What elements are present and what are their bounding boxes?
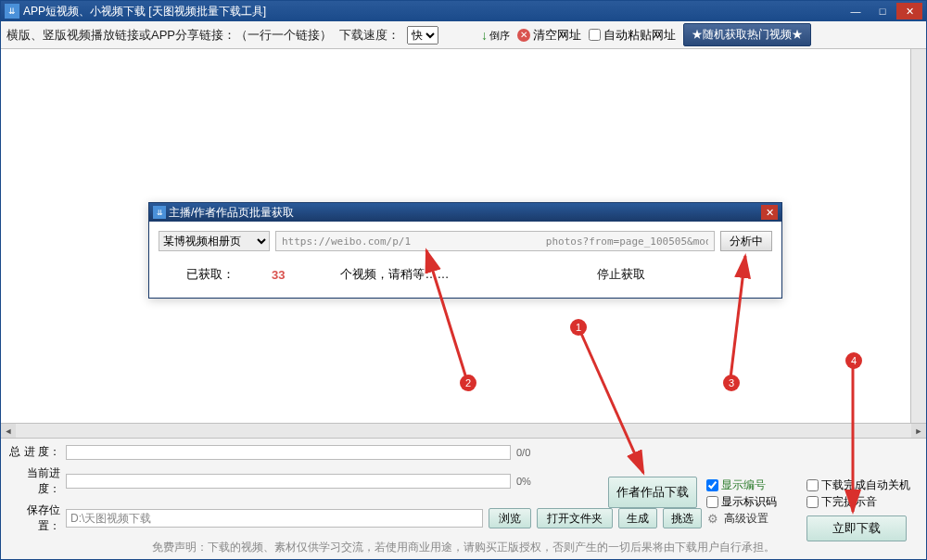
- window-title: APP短视频、小视频下载 [天图视频批量下载工具]: [23, 4, 266, 19]
- author-download-button[interactable]: 作者作品下载: [608, 477, 697, 508]
- current-progress-bar: [66, 474, 511, 489]
- gear-icon: ⚙: [707, 512, 718, 526]
- total-progress-value: 0/0: [516, 447, 544, 458]
- show-number-input[interactable]: [706, 479, 718, 491]
- horizontal-scrollbar[interactable]: ◄ ►: [1, 423, 926, 438]
- close-button[interactable]: ✕: [896, 3, 922, 19]
- speed-select[interactable]: 快: [407, 26, 438, 45]
- beep-done-input[interactable]: [806, 496, 819, 508]
- total-progress-bar: [66, 445, 511, 460]
- minimize-button[interactable]: —: [843, 3, 869, 19]
- clear-icon: ✕: [517, 29, 530, 42]
- auto-shutdown-checkbox[interactable]: 下载完成自动关机: [806, 477, 910, 493]
- scroll-right-icon[interactable]: ►: [911, 424, 926, 438]
- show-number-checkbox[interactable]: 显示编号: [706, 477, 777, 493]
- show-idcode-label: 显示标识码: [721, 494, 777, 510]
- open-folder-button[interactable]: 打开文件夹: [537, 508, 613, 528]
- autopaste-checkbox[interactable]: 自动粘贴网址: [589, 27, 676, 44]
- total-progress-label: 总 进 度：: [8, 444, 60, 460]
- app-icon: ⇊: [5, 4, 19, 19]
- wait-text: 个视频，请稍等……: [340, 266, 449, 283]
- beep-done-checkbox[interactable]: 下完提示音: [806, 493, 910, 510]
- pick-button[interactable]: 挑选: [663, 508, 702, 528]
- download-now-button[interactable]: 立即下载: [806, 515, 907, 541]
- auto-shutdown-label: 下载完成自动关机: [821, 477, 910, 493]
- stop-fetch-link[interactable]: 停止获取: [597, 266, 645, 283]
- arrow-down-icon: ↓: [481, 28, 488, 43]
- clear-urls-button[interactable]: ✕ 清空网址: [517, 27, 581, 44]
- autopaste-input[interactable]: [589, 29, 601, 41]
- auto-shutdown-input[interactable]: [806, 479, 819, 491]
- save-location-label: 保存位置：: [8, 503, 60, 534]
- dialog-titlebar: ⇊ 主播/作者作品页批量获取 ✕: [149, 203, 781, 222]
- disclaimer-text: 免费声明：下载的视频、素材仅供学习交流，若使用商业用途，请购买正版授权，否则产生…: [8, 540, 919, 555]
- generate-button[interactable]: 生成: [618, 508, 657, 528]
- clear-label: 清空网址: [533, 27, 581, 44]
- fetched-count: 33: [272, 268, 285, 282]
- sort-control[interactable]: ↓ 倒序: [481, 28, 510, 43]
- instruction-label: 横版、竖版视频播放链接或APP分享链接：（一行一个链接）: [6, 27, 332, 44]
- bottom-panel: 总 进 度： 0/0 当前进度： 0% 保存位置： 浏览 打开文件夹 生成 挑选…: [1, 438, 926, 559]
- toolbar: 横版、竖版视频播放链接或APP分享链接：（一行一个链接） 下载速度： 快 ↓ 倒…: [1, 21, 926, 49]
- show-number-label: 显示编号: [721, 477, 766, 493]
- browse-button[interactable]: 浏览: [489, 508, 531, 528]
- current-progress-label: 当前进度：: [8, 465, 60, 497]
- speed-label: 下载速度：: [339, 27, 400, 44]
- show-idcode-checkbox[interactable]: 显示标识码: [706, 493, 777, 510]
- scroll-left-icon[interactable]: ◄: [1, 424, 16, 438]
- author-url-input[interactable]: [275, 231, 715, 251]
- autopaste-label: 自动粘贴网址: [603, 27, 676, 44]
- sort-label: 倒序: [489, 31, 510, 40]
- show-idcode-input[interactable]: [706, 496, 718, 508]
- current-progress-value: 0%: [516, 476, 544, 487]
- advanced-settings-link[interactable]: 高级设置: [724, 511, 768, 527]
- source-select[interactable]: 某博视频相册页: [159, 231, 270, 251]
- random-hot-button[interactable]: ★随机获取热门视频★: [683, 23, 811, 46]
- titlebar: ⇊ APP短视频、小视频下载 [天图视频批量下载工具] — □ ✕: [1, 1, 926, 21]
- batch-fetch-dialog: ⇊ 主播/作者作品页批量获取 ✕ 某博视频相册页 分析中 已获取： 33 个视频…: [148, 202, 782, 299]
- analyze-button[interactable]: 分析中: [720, 231, 772, 251]
- maximize-button[interactable]: □: [870, 3, 895, 19]
- dialog-close-button[interactable]: ✕: [761, 205, 778, 220]
- save-path-input[interactable]: [66, 509, 483, 528]
- dialog-title: 主播/作者作品页批量获取: [169, 205, 294, 221]
- beep-done-label: 下完提示音: [821, 494, 877, 510]
- fetched-label: 已获取：: [186, 266, 235, 283]
- dialog-icon: ⇊: [153, 206, 166, 219]
